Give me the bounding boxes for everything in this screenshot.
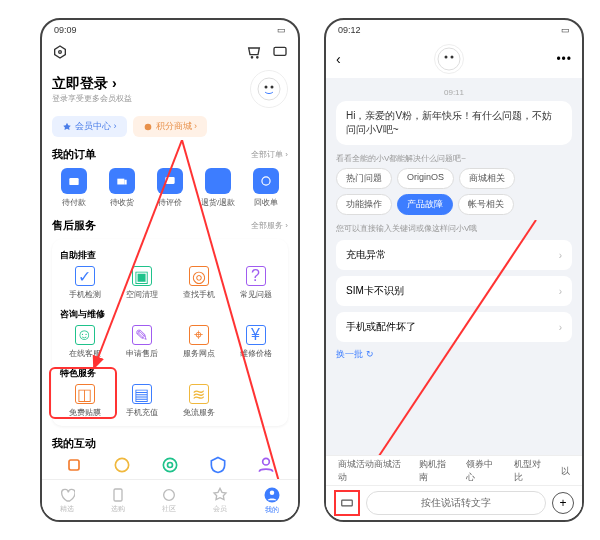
scrolltab-guide[interactable]: 购机指南: [419, 458, 452, 484]
orders-grid: 待付款 待收货 待评价 退货/退款 回收单: [52, 168, 288, 208]
tab-shop[interactable]: 选购: [110, 487, 126, 514]
svg-rect-10: [117, 179, 124, 185]
back-icon[interactable]: ‹: [336, 51, 341, 67]
interact-2[interactable]: [100, 455, 144, 475]
order-refund[interactable]: 退货/退款: [196, 168, 240, 208]
find-phone[interactable]: ◎查找手机: [172, 266, 225, 300]
svg-point-14: [172, 180, 173, 181]
tab-community[interactable]: 社区: [161, 487, 177, 514]
svg-point-8: [144, 123, 151, 130]
battery-icon: ▭: [277, 25, 286, 35]
svg-point-27: [438, 48, 460, 70]
aftersale-title: 售后服务: [52, 218, 96, 233]
order-pending-pay[interactable]: 待付款: [52, 168, 96, 208]
login-title[interactable]: 立即登录 ›: [52, 75, 132, 93]
points-mall-pill[interactable]: 积分商城 ›: [133, 116, 208, 137]
orders-link[interactable]: 全部订单 ›: [251, 149, 288, 160]
svg-rect-31: [342, 500, 353, 506]
interact-4[interactable]: [196, 455, 240, 475]
chip-originos[interactable]: OriginOS: [397, 168, 454, 189]
svg-point-7: [271, 86, 274, 89]
phone-check[interactable]: ✓手机检测: [58, 266, 111, 300]
scroll-tabs: 商城活动商城活动 购机指南 领券中心 机型对比 以: [326, 455, 582, 486]
row-sim[interactable]: SIM卡不识别›: [336, 276, 572, 306]
svg-point-1: [59, 51, 62, 54]
free-flow[interactable]: ≋免流服务: [172, 384, 225, 418]
chip-fault[interactable]: 产品故障: [397, 194, 453, 215]
svg-point-12: [167, 180, 168, 181]
svg-point-20: [263, 458, 270, 465]
row-broken[interactable]: 手机或配件坏了›: [336, 312, 572, 342]
space-clean[interactable]: ▣空间清理: [115, 266, 168, 300]
keyboard-icon[interactable]: [334, 490, 360, 516]
free-film[interactable]: ◫免费贴膜: [58, 384, 111, 418]
svg-point-28: [444, 56, 447, 59]
interact-5[interactable]: [244, 455, 288, 475]
chip-account[interactable]: 帐号相关: [458, 194, 514, 215]
order-pending-review[interactable]: 待评价: [148, 168, 192, 208]
order-recycle[interactable]: 回收单: [244, 168, 288, 208]
interact-1[interactable]: [52, 455, 96, 475]
phone-recharge[interactable]: ▤手机充值: [115, 384, 168, 418]
cart-icon[interactable]: [246, 44, 262, 64]
repair-price[interactable]: ¥维修价格: [229, 325, 282, 359]
more-icon[interactable]: •••: [556, 52, 572, 66]
login-sub: 登录享受更多会员权益: [52, 93, 132, 104]
row-charging[interactable]: 充电异常›: [336, 240, 572, 270]
svg-point-15: [262, 177, 270, 185]
voice-input[interactable]: 按住说话转文字: [366, 491, 546, 515]
orders-title: 我的订单: [52, 147, 96, 162]
avatar[interactable]: [250, 70, 288, 108]
svg-rect-16: [69, 460, 79, 470]
svg-point-13: [169, 180, 170, 181]
tab-mine[interactable]: 我的: [263, 486, 281, 515]
chip-function[interactable]: 功能操作: [336, 194, 392, 215]
special-title: 特色服务: [60, 367, 282, 380]
member-center-pill[interactable]: 会员中心 ›: [52, 116, 127, 137]
svg-point-2: [251, 57, 252, 58]
scrolltab-compare[interactable]: 机型对比: [514, 458, 547, 484]
status-bar: 09:09 ▭: [42, 20, 298, 40]
hint-2: 您可以直接输入关键词或像这样问小V哦: [336, 223, 572, 234]
tab-featured[interactable]: 精选: [59, 487, 75, 514]
svg-point-18: [163, 458, 176, 471]
svg-point-5: [258, 78, 280, 100]
scrolltab-activity[interactable]: 商城活动商城活动: [338, 458, 405, 484]
interact-3[interactable]: [148, 455, 192, 475]
interact-title: 我的互动: [52, 436, 96, 451]
scrolltab-more[interactable]: 以: [561, 465, 570, 478]
svg-rect-4: [274, 47, 286, 55]
svg-point-24: [164, 489, 175, 500]
hint-1: 看看全能的小V都能解决什么问题吧~: [336, 153, 572, 164]
time: 09:12: [338, 25, 361, 35]
timestamp: 09:11: [336, 88, 572, 97]
svg-point-17: [115, 458, 128, 471]
settings-icon[interactable]: [52, 44, 68, 64]
chip-mall[interactable]: 商城相关: [459, 168, 515, 189]
battery-icon: ▭: [561, 25, 570, 35]
faq[interactable]: ?常见问题: [229, 266, 282, 300]
scrolltab-coupon[interactable]: 领券中心: [466, 458, 499, 484]
svg-point-26: [269, 490, 274, 495]
tab-member[interactable]: 会员: [212, 487, 228, 514]
online-service[interactable]: ☺在线客服: [58, 325, 111, 359]
plus-icon[interactable]: +: [552, 492, 574, 514]
svg-rect-9: [69, 178, 78, 185]
svg-point-3: [257, 57, 258, 58]
service-point[interactable]: ⌖服务网点: [172, 325, 225, 359]
status-bar: 09:12 ▭: [326, 20, 582, 40]
svg-point-6: [265, 86, 268, 89]
message-icon[interactable]: [272, 44, 288, 64]
order-pending-receive[interactable]: 待收货: [100, 168, 144, 208]
greeting-bubble: Hi，亲爱的V粉，新年快乐！有什么问题，不妨问问小V吧~: [336, 101, 572, 145]
input-bar: 按住说话转文字 +: [326, 485, 582, 520]
time: 09:09: [54, 25, 77, 35]
aftersale-link[interactable]: 全部服务 ›: [251, 220, 288, 231]
chip-hot[interactable]: 热门问题: [336, 168, 392, 189]
topic-chips: 热门问题 OriginOS 商城相关 功能操作 产品故障 帐号相关: [336, 168, 572, 215]
consult-title: 咨询与维修: [60, 308, 282, 321]
apply-aftersale[interactable]: ✎申请售后: [115, 325, 168, 359]
refresh-link[interactable]: 换一批 ↻: [336, 348, 572, 361]
svg-point-29: [450, 56, 453, 59]
tab-bar: 精选 选购 社区 会员 我的: [42, 479, 298, 520]
